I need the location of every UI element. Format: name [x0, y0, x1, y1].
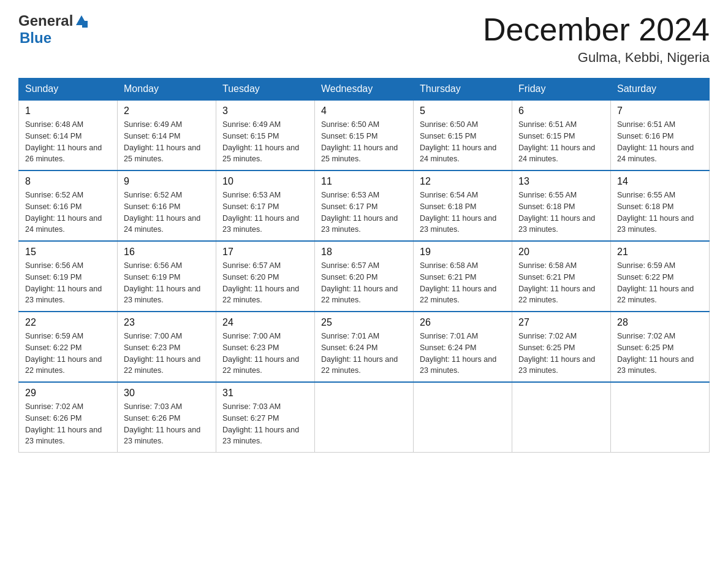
calendar-day-cell: 19Sunrise: 6:58 AMSunset: 6:21 PMDayligh…	[414, 241, 512, 312]
calendar-day-cell: 4Sunrise: 6:50 AMSunset: 6:15 PMDaylight…	[315, 100, 414, 170]
page-header: General Blue December 2024 Gulma, Kebbi,…	[18, 12, 710, 66]
calendar-day-cell: 16Sunrise: 6:56 AMSunset: 6:19 PMDayligh…	[118, 241, 216, 312]
day-number: 18	[321, 247, 407, 258]
calendar-day-cell: 9Sunrise: 6:52 AMSunset: 6:16 PMDaylight…	[118, 170, 216, 241]
calendar-day-cell: 24Sunrise: 7:00 AMSunset: 6:23 PMDayligh…	[216, 312, 315, 382]
day-info: Sunrise: 6:51 AMSunset: 6:16 PMDaylight:…	[617, 119, 703, 165]
calendar-day-cell: 31Sunrise: 7:03 AMSunset: 6:27 PMDayligh…	[216, 382, 315, 453]
calendar-day-cell: 21Sunrise: 6:59 AMSunset: 6:22 PMDayligh…	[611, 241, 710, 312]
day-number: 14	[617, 176, 703, 187]
month-title: December 2024	[483, 12, 710, 47]
day-number: 26	[420, 317, 506, 328]
calendar-day-cell: 25Sunrise: 7:01 AMSunset: 6:24 PMDayligh…	[315, 312, 414, 382]
day-number: 2	[124, 105, 210, 117]
calendar-day-cell: 28Sunrise: 7:02 AMSunset: 6:25 PMDayligh…	[611, 312, 710, 382]
day-info: Sunrise: 6:56 AMSunset: 6:19 PMDaylight:…	[124, 260, 210, 306]
calendar-day-cell: 10Sunrise: 6:53 AMSunset: 6:17 PMDayligh…	[216, 170, 315, 241]
day-number: 13	[518, 176, 604, 187]
day-number: 29	[25, 388, 111, 399]
calendar-day-cell: 26Sunrise: 7:01 AMSunset: 6:24 PMDayligh…	[414, 312, 512, 382]
calendar-day-cell: 6Sunrise: 6:51 AMSunset: 6:15 PMDaylight…	[512, 100, 611, 170]
day-header-thursday: Thursday	[414, 79, 512, 101]
day-number: 30	[124, 388, 210, 399]
calendar-week-row: 22Sunrise: 6:59 AMSunset: 6:22 PMDayligh…	[19, 312, 710, 382]
day-number: 15	[25, 247, 111, 258]
calendar-day-cell: 13Sunrise: 6:55 AMSunset: 6:18 PMDayligh…	[512, 170, 611, 241]
day-info: Sunrise: 6:53 AMSunset: 6:17 PMDaylight:…	[222, 190, 308, 236]
day-number: 11	[321, 176, 407, 187]
day-header-saturday: Saturday	[611, 79, 710, 101]
day-header-friday: Friday	[512, 79, 611, 101]
day-number: 22	[25, 317, 111, 328]
day-info: Sunrise: 6:50 AMSunset: 6:15 PMDaylight:…	[321, 119, 407, 165]
day-number: 6	[518, 105, 604, 117]
calendar-day-cell: 5Sunrise: 6:50 AMSunset: 6:15 PMDaylight…	[414, 100, 512, 170]
day-number: 9	[124, 176, 210, 187]
logo-blue-text: Blue	[20, 29, 51, 47]
day-info: Sunrise: 6:55 AMSunset: 6:18 PMDaylight:…	[617, 190, 703, 236]
day-info: Sunrise: 6:59 AMSunset: 6:22 PMDaylight:…	[617, 260, 703, 306]
day-info: Sunrise: 6:48 AMSunset: 6:14 PMDaylight:…	[25, 119, 111, 165]
day-number: 23	[124, 317, 210, 328]
logo-general-text: General	[18, 12, 73, 29]
day-number: 27	[518, 317, 604, 328]
day-number: 16	[124, 247, 210, 258]
day-info: Sunrise: 7:01 AMSunset: 6:24 PMDaylight:…	[420, 331, 506, 377]
day-number: 1	[25, 105, 111, 117]
day-info: Sunrise: 6:59 AMSunset: 6:22 PMDaylight:…	[25, 331, 111, 377]
day-header-sunday: Sunday	[19, 79, 118, 101]
calendar-day-cell: 3Sunrise: 6:49 AMSunset: 6:15 PMDaylight…	[216, 100, 315, 170]
day-number: 4	[321, 105, 407, 117]
day-info: Sunrise: 6:53 AMSunset: 6:17 PMDaylight:…	[321, 190, 407, 236]
day-info: Sunrise: 6:57 AMSunset: 6:20 PMDaylight:…	[222, 260, 308, 306]
day-info: Sunrise: 6:52 AMSunset: 6:16 PMDaylight:…	[25, 190, 111, 236]
logo-icon	[75, 14, 88, 28]
svg-marker-1	[82, 21, 88, 28]
day-info: Sunrise: 6:58 AMSunset: 6:21 PMDaylight:…	[518, 260, 604, 306]
calendar-week-row: 15Sunrise: 6:56 AMSunset: 6:19 PMDayligh…	[19, 241, 710, 312]
location: Gulma, Kebbi, Nigeria	[483, 50, 710, 66]
day-number: 12	[420, 176, 506, 187]
calendar-day-cell: 8Sunrise: 6:52 AMSunset: 6:16 PMDaylight…	[19, 170, 118, 241]
calendar-day-cell: 22Sunrise: 6:59 AMSunset: 6:22 PMDayligh…	[19, 312, 118, 382]
calendar-day-cell: 20Sunrise: 6:58 AMSunset: 6:21 PMDayligh…	[512, 241, 611, 312]
day-info: Sunrise: 7:01 AMSunset: 6:24 PMDaylight:…	[321, 331, 407, 377]
day-info: Sunrise: 6:54 AMSunset: 6:18 PMDaylight:…	[420, 190, 506, 236]
day-info: Sunrise: 6:55 AMSunset: 6:18 PMDaylight:…	[518, 190, 604, 236]
day-header-tuesday: Tuesday	[216, 79, 315, 101]
day-info: Sunrise: 6:58 AMSunset: 6:21 PMDaylight:…	[420, 260, 506, 306]
day-info: Sunrise: 6:57 AMSunset: 6:20 PMDaylight:…	[321, 260, 407, 306]
calendar-header-row: SundayMondayTuesdayWednesdayThursdayFrid…	[19, 79, 710, 101]
calendar-day-cell: 17Sunrise: 6:57 AMSunset: 6:20 PMDayligh…	[216, 241, 315, 312]
calendar-week-row: 1Sunrise: 6:48 AMSunset: 6:14 PMDaylight…	[19, 100, 710, 170]
calendar-empty-cell	[512, 382, 611, 453]
calendar-day-cell: 15Sunrise: 6:56 AMSunset: 6:19 PMDayligh…	[19, 241, 118, 312]
day-number: 3	[222, 105, 308, 117]
logo: General Blue	[18, 12, 88, 47]
day-info: Sunrise: 6:49 AMSunset: 6:14 PMDaylight:…	[124, 119, 210, 165]
day-info: Sunrise: 7:03 AMSunset: 6:26 PMDaylight:…	[124, 401, 210, 447]
day-info: Sunrise: 7:02 AMSunset: 6:26 PMDaylight:…	[25, 401, 111, 447]
day-number: 24	[222, 317, 308, 328]
calendar-day-cell: 29Sunrise: 7:02 AMSunset: 6:26 PMDayligh…	[19, 382, 118, 453]
calendar-day-cell: 23Sunrise: 7:00 AMSunset: 6:23 PMDayligh…	[118, 312, 216, 382]
day-number: 17	[222, 247, 308, 258]
calendar-day-cell: 18Sunrise: 6:57 AMSunset: 6:20 PMDayligh…	[315, 241, 414, 312]
calendar-table: SundayMondayTuesdayWednesdayThursdayFrid…	[18, 78, 710, 453]
calendar-empty-cell	[611, 382, 710, 453]
day-number: 7	[617, 105, 703, 117]
day-number: 25	[321, 317, 407, 328]
day-info: Sunrise: 6:56 AMSunset: 6:19 PMDaylight:…	[25, 260, 111, 306]
calendar-week-row: 29Sunrise: 7:02 AMSunset: 6:26 PMDayligh…	[19, 382, 710, 453]
day-info: Sunrise: 7:00 AMSunset: 6:23 PMDaylight:…	[124, 331, 210, 377]
calendar-day-cell: 1Sunrise: 6:48 AMSunset: 6:14 PMDaylight…	[19, 100, 118, 170]
day-number: 21	[617, 247, 703, 258]
day-number: 28	[617, 317, 703, 328]
calendar-day-cell: 14Sunrise: 6:55 AMSunset: 6:18 PMDayligh…	[611, 170, 710, 241]
title-section: December 2024 Gulma, Kebbi, Nigeria	[483, 12, 710, 66]
day-number: 19	[420, 247, 506, 258]
day-number: 20	[518, 247, 604, 258]
day-info: Sunrise: 7:03 AMSunset: 6:27 PMDaylight:…	[222, 401, 308, 447]
day-header-wednesday: Wednesday	[315, 79, 414, 101]
calendar-day-cell: 30Sunrise: 7:03 AMSunset: 6:26 PMDayligh…	[118, 382, 216, 453]
